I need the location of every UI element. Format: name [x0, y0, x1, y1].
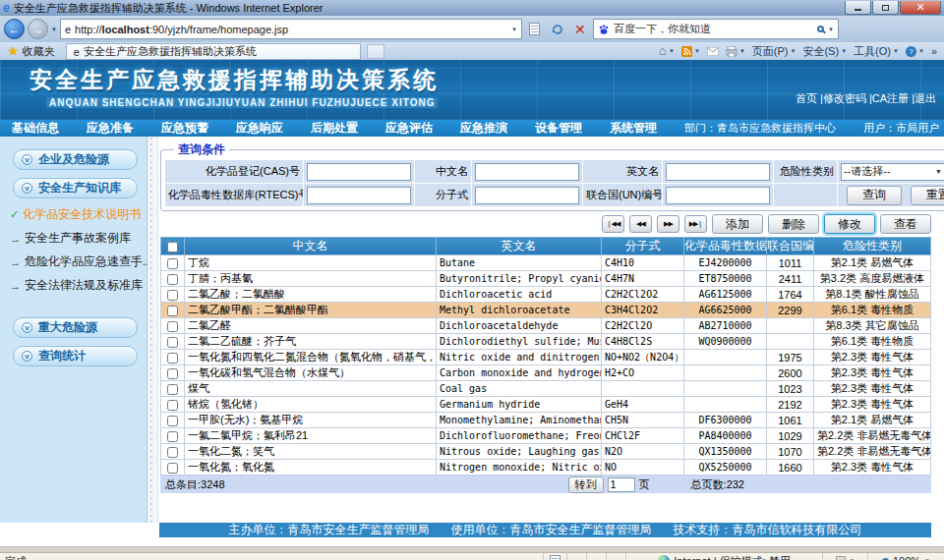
table-row[interactable]: 一甲胺(无水)；氨基甲烷Monomethylamine; Aminomethan… — [161, 413, 931, 428]
last-page-button[interactable]: ▶▶❘ — [684, 215, 707, 233]
col-en-name[interactable]: 英文名 — [437, 238, 602, 255]
header-link-1[interactable]: 修改密码 — [823, 92, 866, 104]
nav-item-6[interactable]: 应急推演 — [460, 120, 507, 137]
table-row[interactable]: 一氧化二氮；笑气Nitrous oxide; Laughing gasN2OQX… — [161, 444, 931, 460]
compatibility-view-icon[interactable] — [525, 19, 545, 39]
sidebar-item-1-3[interactable]: →安全法律法规及标准库 — [10, 277, 143, 294]
close-button[interactable]: ✕ — [900, 1, 941, 15]
nav-item-1[interactable]: 应急准备 — [87, 120, 134, 137]
un-number-input[interactable] — [666, 187, 770, 204]
table-row[interactable]: 二氯乙酸；二氯醋酸Dichloroacetic acidC2H2Cl2O2AG6… — [161, 287, 931, 303]
table-row[interactable]: 一氧化碳和氢气混合物（水煤气）Carbon monoxide and hydro… — [161, 365, 931, 381]
table-row[interactable]: 一氟二氯甲烷；氟利昂21Dichlorofluoromethane; Freon… — [161, 428, 931, 444]
row-checkbox[interactable] — [167, 306, 178, 316]
nav-item-8[interactable]: 系统管理 — [610, 120, 657, 137]
nav-item-2[interactable]: 应急预警 — [161, 120, 208, 137]
nav-item-3[interactable]: 应急响应 — [236, 120, 283, 137]
goto-page-input[interactable] — [608, 477, 635, 492]
chinese-name-input[interactable] — [475, 163, 579, 181]
mail-button[interactable] — [707, 47, 719, 56]
next-page-button[interactable]: ▶▶ — [657, 215, 679, 233]
row-checkbox[interactable] — [167, 447, 178, 458]
row-checkbox[interactable] — [167, 290, 178, 301]
row-checkbox[interactable] — [167, 353, 178, 364]
sidebar-splitter[interactable] — [148, 137, 158, 523]
col-hazard[interactable]: 危险性类别 — [814, 238, 931, 255]
view-button[interactable]: 查看 — [880, 214, 931, 234]
nav-item-0[interactable]: 基础信息 — [12, 120, 59, 137]
add-button[interactable]: 添加 — [712, 214, 763, 234]
first-page-button[interactable]: ❘◀◀ — [602, 215, 624, 233]
sidebar-item-1-0[interactable]: ✓化学品安全技术说明书 — [10, 206, 143, 223]
col-rtecs[interactable]: 化学品毒性数据... — [684, 238, 767, 255]
header-link-3[interactable]: 退出 — [914, 92, 936, 104]
search-input[interactable]: 百度一下，你就知道 ▼ — [593, 19, 839, 39]
table-row[interactable]: 一氧化氮和四氧化二氮混合物（氮氧化物，硝基气，氧化氮气体）Nitric oxid… — [161, 350, 931, 365]
nav-item-5[interactable]: 应急评估 — [385, 120, 433, 137]
header-link-0[interactable]: 首页 — [796, 92, 817, 104]
search-magnifier-icon[interactable] — [817, 26, 824, 32]
back-icon[interactable]: ← — [4, 19, 25, 39]
forward-icon[interactable]: → — [28, 19, 48, 39]
search-button[interactable]: 查询 — [847, 186, 902, 205]
row-checkbox[interactable] — [167, 416, 178, 426]
modify-button[interactable]: 修改 — [824, 214, 875, 234]
sidebar-item-1-2[interactable]: →危险化学品应急速查手... — [10, 253, 143, 270]
table-row[interactable]: 一氧化氮；氧化氮Nitrogen monoxide; Nitric oxideN… — [161, 460, 931, 476]
address-input[interactable]: e http://localhost:90/yjzh/frame/homepag… — [60, 19, 522, 39]
stop-icon[interactable]: ✕ — [570, 19, 590, 39]
sidebar-group-0[interactable]: v企业及危险源 — [13, 149, 138, 170]
status-zone-cell[interactable]: Internet | 保护模式: 禁用 — [625, 553, 822, 560]
table-row[interactable]: 煤气Coal gas1023第2.3类 毒性气体 — [161, 381, 931, 397]
row-checkbox[interactable] — [167, 258, 178, 269]
nav-item-7[interactable]: 设备管理 — [535, 120, 582, 137]
help-menu[interactable]: ?▼ — [906, 46, 924, 57]
row-checkbox[interactable] — [167, 400, 178, 411]
row-checkbox[interactable] — [167, 431, 178, 442]
home-button[interactable]: ⌂▼ — [659, 46, 675, 56]
row-checkbox[interactable] — [167, 321, 178, 332]
col-formula[interactable]: 分子式 — [602, 238, 684, 255]
address-dropdown-icon[interactable]: ▼ — [511, 27, 517, 32]
sidebar-group-3[interactable]: v查询统计 — [13, 346, 138, 366]
table-row[interactable]: 丁烷ButaneC4H10EJ42000001011第2.1类 易燃气体 — [161, 255, 931, 271]
sidebar-group-1[interactable]: v安全生产知识库 — [13, 178, 138, 198]
row-checkbox[interactable] — [167, 368, 178, 379]
row-checkbox[interactable] — [167, 274, 178, 285]
hazard-class-select[interactable]: --请选择--▼ — [841, 163, 944, 181]
tab-active[interactable]: e 安全生产应急救援指挥辅助决策系统 — [66, 43, 361, 60]
chevron-more-icon[interactable]: » — [931, 45, 937, 57]
history-dropdown-icon[interactable]: ▼ — [51, 27, 57, 32]
page-menu[interactable]: 页面(P)▼ — [752, 44, 796, 59]
english-name-input[interactable] — [666, 163, 770, 181]
table-row[interactable]: 二氯二乙硫醚；芥子气Dichlorodiethyl sulfide; Musta… — [161, 334, 931, 350]
table-row[interactable]: 二氯乙醛DichloroacetaldehydeC2H2Cl2OAB271000… — [161, 318, 931, 334]
formula-input[interactable] — [475, 187, 579, 204]
nav-item-4[interactable]: 后期处置 — [311, 120, 358, 137]
row-checkbox[interactable] — [167, 463, 178, 474]
zoom-control[interactable]: 100% ▼ — [867, 553, 944, 560]
safety-menu[interactable]: 安全(S)▼ — [802, 44, 847, 59]
prev-page-button[interactable]: ◀◀ — [629, 215, 652, 233]
sidebar-group-2[interactable]: v重大危险源 — [13, 317, 138, 338]
tools-menu[interactable]: 工具(O)▼ — [854, 44, 899, 59]
cas-number-input[interactable] — [307, 163, 411, 181]
refresh-icon[interactable] — [548, 19, 567, 39]
protected-mode-button[interactable]: ▼ — [822, 553, 867, 560]
search-dropdown-icon[interactable]: ▼ — [828, 27, 834, 32]
row-checkbox[interactable] — [167, 337, 178, 348]
favorites-button[interactable]: ★ 收藏夹 — [3, 44, 60, 59]
table-row[interactable]: 锗烷（氢化锗）Germanium hydrideGeH42192第2.3类 毒性… — [161, 397, 931, 413]
maximize-button[interactable] — [872, 1, 899, 15]
print-button[interactable]: ▼ — [726, 46, 745, 57]
minimize-button[interactable] — [845, 1, 871, 15]
table-row[interactable]: 丁腈；丙基氰Butyronitrile; Propyl cyanideC4H7N… — [161, 271, 931, 287]
table-row[interactable]: 二氯乙酸甲酯；二氯醋酸甲酯Methyl dichloroacetateC3H4C… — [161, 303, 931, 318]
rtecs-number-input[interactable] — [307, 187, 411, 204]
select-all-checkbox[interactable] — [167, 242, 178, 252]
goto-page-button[interactable]: 转到 — [568, 476, 604, 493]
sidebar-item-1-1[interactable]: →安全生产事故案例库 — [10, 230, 143, 247]
col-cn-name[interactable]: 中文名 — [185, 238, 437, 255]
new-tab-button[interactable] — [367, 44, 384, 59]
header-link-2[interactable]: CA注册 — [872, 92, 909, 104]
